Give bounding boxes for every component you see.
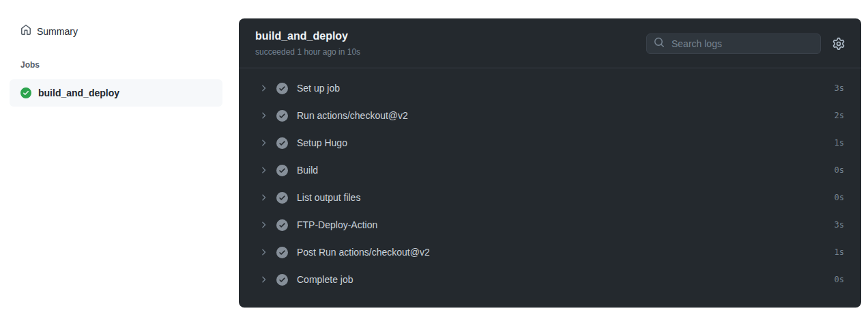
step-success-icon (276, 137, 288, 149)
step-duration: 0s (835, 275, 844, 284)
step-row[interactable]: Build 0s (239, 156, 861, 184)
step-duration: 1s (835, 247, 844, 257)
step-duration: 2s (835, 111, 844, 120)
step-duration: 0s (835, 165, 844, 175)
summary-label: Summary (37, 26, 78, 37)
search-logs-box[interactable] (646, 33, 821, 54)
step-success-icon (276, 274, 288, 286)
job-title: build_and_deploy (255, 29, 360, 43)
step-row[interactable]: Complete job 0s (239, 266, 861, 293)
chevron-right-icon[interactable] (259, 83, 268, 93)
header-controls (646, 33, 845, 54)
job-status-summary: succeeded 1 hour ago in 10s (255, 46, 360, 58)
jobs-section-header: Jobs (0, 60, 239, 70)
step-row[interactable]: FTP-Deploy-Action 3s (239, 211, 861, 239)
sidebar: Summary Jobs build_and_deploy (0, 0, 239, 313)
step-label: Build (297, 165, 318, 176)
chevron-right-icon[interactable] (259, 220, 268, 230)
steps-list: Set up job 3s Run actions/checkout@v2 2s… (239, 68, 861, 293)
step-label: Run actions/checkout@v2 (297, 110, 408, 121)
step-duration: 3s (835, 83, 844, 93)
step-success-icon (276, 247, 288, 258)
home-icon (20, 25, 31, 38)
step-duration: 0s (835, 193, 844, 202)
step-row[interactable]: Post Run actions/checkout@v2 1s (239, 239, 861, 266)
step-row[interactable]: Set up job 3s (239, 74, 861, 102)
job-title-block: build_and_deploy succeeded 1 hour ago in… (255, 29, 360, 58)
sidebar-item-summary[interactable]: Summary (0, 26, 239, 37)
step-success-icon (276, 192, 288, 204)
sidebar-item-job-build-and-deploy[interactable]: build_and_deploy (10, 79, 222, 107)
chevron-right-icon[interactable] (259, 138, 268, 148)
check-circle-icon (20, 87, 31, 98)
step-success-icon (276, 83, 288, 94)
step-label: Setup Hugo (297, 137, 347, 148)
step-row[interactable]: List output files 0s (239, 184, 861, 211)
step-success-icon (276, 219, 288, 231)
gear-icon (833, 38, 845, 50)
chevron-right-icon[interactable] (259, 247, 268, 257)
step-row[interactable]: Run actions/checkout@v2 2s (239, 102, 861, 129)
chevron-right-icon[interactable] (259, 193, 268, 202)
step-label: FTP-Deploy-Action (297, 219, 377, 230)
step-label: Complete job (297, 274, 353, 285)
search-logs-input[interactable] (670, 38, 813, 50)
step-row[interactable]: Setup Hugo 1s (239, 129, 861, 156)
chevron-right-icon[interactable] (259, 165, 268, 175)
job-log-panel: build_and_deploy succeeded 1 hour ago in… (239, 18, 861, 308)
chevron-right-icon[interactable] (259, 111, 268, 120)
step-label: List output files (297, 192, 360, 203)
step-success-icon (276, 165, 288, 176)
step-label: Post Run actions/checkout@v2 (297, 247, 430, 258)
job-log-header: build_and_deploy succeeded 1 hour ago in… (239, 18, 861, 68)
chevron-right-icon[interactable] (259, 275, 268, 284)
log-settings-button[interactable] (833, 38, 845, 50)
job-name: build_and_deploy (38, 87, 119, 98)
step-duration: 3s (835, 220, 844, 230)
step-label: Set up job (297, 83, 340, 94)
search-icon (654, 37, 665, 51)
step-duration: 1s (835, 138, 844, 148)
step-success-icon (276, 110, 288, 122)
